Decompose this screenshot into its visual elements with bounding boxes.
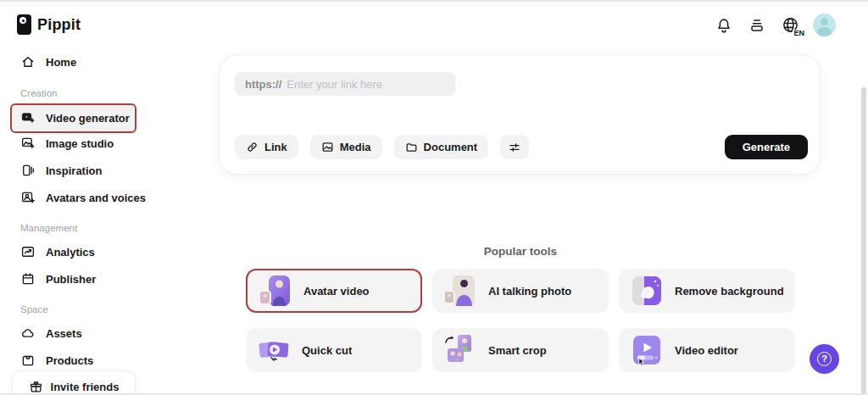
popular-tools-title: Popular tools — [246, 245, 795, 258]
sidebar-item-label: Home — [46, 56, 76, 69]
popular-tools-grid: Avatar video AI talking photo Remove bac… — [246, 269, 795, 372]
pippit-logo[interactable]: Pippit — [17, 14, 81, 35]
invite-friends-label: Invite friends — [51, 381, 120, 393]
calendar-icon — [20, 271, 36, 287]
analytics-icon — [20, 244, 36, 259]
sidebar-item-avatars-and-voices[interactable]: Avatars and voices — [20, 186, 146, 209]
sidebar-section-space: Space — [20, 304, 48, 314]
image-plus-icon — [20, 136, 36, 151]
sidebar-item-label: Analytics — [46, 246, 95, 259]
sidebar-section-management: Management — [20, 223, 77, 233]
gift-icon — [29, 380, 43, 394]
remove-background-thumbnail — [630, 274, 664, 308]
settings-sliders-button[interactable] — [500, 135, 529, 159]
button-label: Media — [340, 141, 371, 153]
link-tab-button[interactable]: Link — [235, 135, 298, 159]
sidebar-item-inspiration[interactable]: Inspiration — [20, 159, 102, 182]
header-actions: EN — [714, 14, 836, 36]
sidebar-item-label: Publisher — [46, 273, 96, 286]
sidebar-item-products[interactable]: Products — [20, 348, 93, 372]
globe-language-icon[interactable]: EN — [780, 15, 800, 36]
tool-label: Smart crop — [488, 344, 547, 357]
sidebar-item-analytics[interactable]: Analytics — [20, 240, 95, 264]
sidebar-item-assets[interactable]: Assets — [20, 321, 82, 345]
url-input-pill[interactable]: https:// — [235, 72, 455, 96]
bag-icon — [20, 353, 36, 368]
tool-card-video-editor[interactable]: Video editor — [619, 328, 795, 372]
language-badge: EN — [793, 30, 804, 37]
sidebar-item-label: Assets — [46, 327, 82, 340]
link-input[interactable] — [287, 78, 445, 91]
brand-name: Pippit — [37, 16, 81, 34]
button-label: Document — [424, 141, 478, 153]
tool-label: Avatar video — [303, 285, 370, 298]
window-top-edge — [0, 0, 868, 2]
link-composer-card: https:// Link Media — [219, 54, 821, 175]
cloud-icon — [20, 325, 36, 341]
sidebar-item-label: Inspiration — [46, 164, 102, 177]
generate-button[interactable]: Generate — [725, 135, 808, 159]
bell-icon[interactable] — [714, 15, 734, 36]
sidebar-item-home[interactable]: Home — [20, 50, 76, 74]
smart-crop-thumbnail — [443, 333, 477, 367]
pippit-app-window: Pippit EN — [0, 0, 868, 395]
home-icon — [20, 54, 36, 70]
avatar-video-thumbnail — [259, 274, 292, 308]
button-label: Link — [264, 141, 287, 153]
composer-actions: Link Media Document — [235, 135, 529, 159]
sidebar-item-label: Video generator — [46, 112, 130, 125]
tool-card-smart-crop[interactable]: Smart crop — [432, 328, 609, 372]
tool-label: Video editor — [675, 344, 738, 357]
tool-label: Quick cut — [302, 344, 352, 357]
media-tab-button[interactable]: Media — [310, 135, 382, 159]
tool-card-avatar-video[interactable]: Avatar video — [246, 269, 422, 313]
sidebar-item-label: Avatars and voices — [46, 192, 146, 204]
quick-cut-thumbnail — [257, 333, 291, 367]
sidebar-item-image-studio[interactable]: Image studio — [20, 131, 114, 155]
video-plus-icon — [20, 110, 36, 125]
url-prefix: https:// — [245, 78, 281, 91]
tool-label: AI talking photo — [488, 285, 571, 298]
sliders-icon — [508, 141, 521, 154]
media-icon — [321, 141, 334, 153]
document-tab-button[interactable]: Document — [394, 135, 489, 159]
tool-card-quick-cut[interactable]: Quick cut — [246, 328, 422, 372]
document-icon — [405, 141, 418, 153]
link-icon — [246, 141, 259, 153]
tool-card-ai-talking-photo[interactable]: AI talking photo — [432, 269, 609, 313]
help-icon: ? — [817, 352, 832, 366]
help-button[interactable]: ? — [810, 344, 839, 374]
user-avatar[interactable] — [813, 14, 836, 36]
inbox-icon[interactable] — [747, 15, 767, 36]
ai-talking-photo-thumbnail — [443, 274, 477, 308]
vertical-scrollbar[interactable] — [861, 87, 866, 395]
sidebar-item-label: Products — [46, 354, 93, 367]
sidebar-item-publisher[interactable]: Publisher — [20, 267, 96, 291]
sidebar-item-label: Image studio — [46, 137, 114, 150]
pippit-logo-icon — [17, 14, 31, 35]
video-editor-thumbnail — [630, 333, 664, 367]
avatar-plus-icon — [20, 190, 36, 205]
sidebar-section-creation: Creation — [20, 88, 57, 98]
tool-card-remove-background[interactable]: Remove background — [619, 269, 795, 313]
invite-friends-button[interactable]: Invite friends — [12, 370, 136, 395]
sidebar-item-video-generator[interactable]: Video generator — [20, 106, 130, 130]
inspiration-icon — [20, 163, 36, 178]
tool-label: Remove background — [675, 285, 784, 298]
